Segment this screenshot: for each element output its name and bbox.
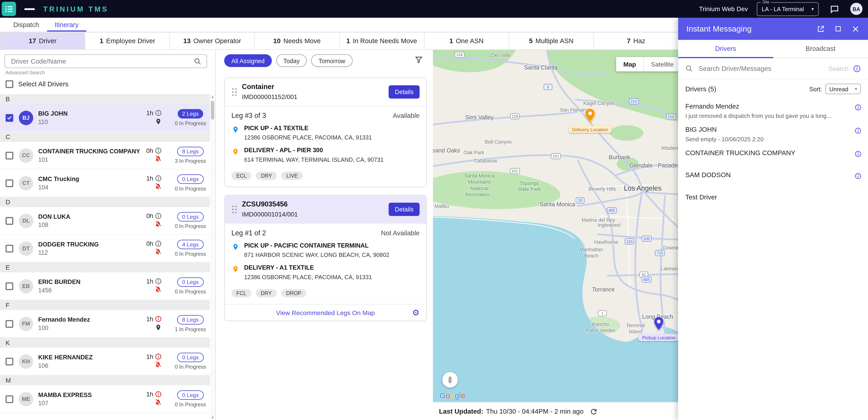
topbar-right: Trinium Web Dev Site LA - LA Terminal ▾ … <box>699 2 868 16</box>
driver-list-scrollbar[interactable]: ▲ ▼ <box>210 94 215 420</box>
info-icon[interactable] <box>855 104 861 111</box>
driver-checkbox[interactable] <box>5 217 13 224</box>
driver-row[interactable]: CTCMC Trucking1041h0 Legs0 In Progress <box>0 170 215 197</box>
stop-address: 871 HARBOR SCENIC WAY, LONG BEACH, CA, 9… <box>244 251 390 258</box>
driver-checkbox[interactable] <box>5 282 13 290</box>
itinerary-filter-today[interactable]: Today <box>276 54 307 67</box>
itinerary-filter-tomorrow[interactable]: Tomorrow <box>311 54 352 67</box>
driver-checkbox[interactable] <box>5 320 13 328</box>
details-button[interactable]: Details <box>389 203 420 216</box>
map-traffic-button[interactable] <box>442 372 458 388</box>
hours-alert-icon[interactable] <box>155 316 162 322</box>
view-recommended-legs-link[interactable]: View Recommended Legs On Map <box>276 309 375 316</box>
im-tab-drivers[interactable]: Drivers <box>678 40 773 58</box>
im-tab-broadcast[interactable]: Broadcast <box>773 40 868 58</box>
driver-row[interactable]: EBERIC BURDEN14561h0 Legs0 In Progress <box>0 272 215 300</box>
driver-row[interactable]: DTDODGER TRUCKING1120h4 Legs0 In Progres… <box>0 235 215 263</box>
filter-tab[interactable]: 5Multiple ASN <box>509 32 594 50</box>
legs-badge[interactable]: 8 Legs <box>177 147 204 156</box>
legs-badge[interactable]: 0 Legs <box>177 175 204 184</box>
legs-badge[interactable]: 0 Legs <box>177 353 204 362</box>
driver-checkbox[interactable] <box>5 244 13 252</box>
driver-checkbox[interactable] <box>5 395 13 403</box>
chat-icon[interactable] <box>830 4 839 13</box>
select-all-row[interactable]: Select All Drivers <box>5 80 68 88</box>
filter-icon[interactable] <box>415 55 423 64</box>
filter-tab[interactable]: 17Driver <box>0 32 85 50</box>
driver-row[interactable]: BJBIG JOHN1101h2 Legs0 In Progress <box>0 104 215 132</box>
info-icon[interactable] <box>855 127 861 134</box>
site-selector[interactable]: Site LA - LA Terminal ▾ <box>757 2 819 16</box>
scroll-down-icon[interactable]: ▼ <box>211 415 214 420</box>
open-in-new-icon[interactable] <box>816 25 825 33</box>
advanced-search-link[interactable]: Advanced Search <box>5 70 45 75</box>
hours-info-icon[interactable] <box>155 278 162 284</box>
filter-tab[interactable]: 1In Route Needs Move <box>340 32 424 50</box>
filter-tab[interactable]: 7Haz <box>594 32 679 50</box>
driver-checkbox[interactable] <box>5 114 13 122</box>
refresh-icon[interactable] <box>590 407 598 416</box>
user-avatar[interactable]: BA <box>850 3 863 15</box>
driver-search-input[interactable] <box>10 57 194 66</box>
legs-badge[interactable]: 0 Legs <box>177 390 204 399</box>
map-type-map[interactable]: Map <box>616 57 643 71</box>
delivery-marker-icon[interactable] <box>585 108 596 125</box>
legs-badge[interactable]: 0 Legs <box>177 212 204 221</box>
scroll-up-icon[interactable]: ▲ <box>211 94 214 99</box>
map-type-satellite[interactable]: Satellite <box>643 57 681 71</box>
conversation-item[interactable]: Fernando MendezI just removed a dispatch… <box>678 98 868 122</box>
info-icon[interactable] <box>855 173 861 179</box>
select-all-checkbox[interactable] <box>5 80 13 88</box>
conversation-item[interactable]: SAM DODSON <box>678 167 868 189</box>
itinerary-card[interactable]: ContainerIMD000001152/001DetailsLeg #3 o… <box>224 78 427 187</box>
nav-tab-itinerary[interactable]: Itinerary <box>47 18 86 32</box>
driver-row[interactable]: MEMAMBA EXPRESS1071h0 Legs0 In Progress <box>0 386 215 413</box>
driver-checkbox[interactable] <box>5 357 13 365</box>
hours-info-icon[interactable] <box>155 175 162 181</box>
conversation-item[interactable]: Test Driver <box>678 189 868 212</box>
im-search-input[interactable] <box>698 64 824 73</box>
gear-icon[interactable]: ⚙︎ <box>412 308 420 317</box>
driver-row[interactable]: DLDON LUKA1080h0 Legs0 In Progress <box>0 207 215 235</box>
hours-info-icon[interactable] <box>155 110 162 116</box>
close-icon[interactable] <box>851 25 860 33</box>
legs-badge[interactable]: 8 Legs <box>177 315 204 324</box>
scroll-thumb[interactable] <box>211 101 214 120</box>
driver-checkbox[interactable] <box>5 151 13 159</box>
driver-row[interactable]: FMFernando Mendez1001h8 Legs1 In Progres… <box>0 310 215 338</box>
menu-toggle-icon[interactable] <box>24 8 35 9</box>
driver-row[interactable]: CCCONTAINER TRUCKING COMPANY1010h8 Legs3… <box>0 142 215 170</box>
driver-search[interactable] <box>4 54 207 68</box>
filter-tab[interactable]: 10Needs Move <box>255 32 340 50</box>
pickup-pin-icon <box>232 243 239 251</box>
hours-alert-icon[interactable] <box>155 353 162 360</box>
hours-info-icon[interactable] <box>155 147 162 154</box>
legs-badge[interactable]: 4 Legs <box>177 240 204 249</box>
itinerary-card[interactable]: ZCSU9035456IMD000001014/001DetailsLeg #1… <box>224 195 427 321</box>
conversation-item[interactable]: BIG JOHNSend empty - 10/06/2025 2:20 <box>678 122 868 145</box>
im-search-button[interactable]: Search <box>829 65 849 71</box>
road-shield: 118 <box>510 113 520 119</box>
filter-tab[interactable]: 1One ASN <box>425 32 509 50</box>
hours-info-icon[interactable] <box>155 240 162 247</box>
details-button[interactable]: Details <box>389 85 420 98</box>
filter-tab[interactable]: 1Employee Driver <box>85 32 170 50</box>
nav-tab-dispatch[interactable]: Dispatch <box>5 18 47 32</box>
driver-checkbox[interactable] <box>5 179 13 187</box>
maximize-icon[interactable] <box>834 25 842 33</box>
legs-badge[interactable]: 2 Legs <box>178 109 203 118</box>
info-icon[interactable] <box>855 151 861 157</box>
app-logo-icon[interactable] <box>2 2 16 16</box>
conversation-item[interactable]: CONTAINER TRUCKING COMPANY <box>678 145 868 168</box>
filter-tab[interactable]: 13Owner Operator <box>170 32 255 50</box>
hours-alert-icon[interactable] <box>155 391 162 397</box>
sort-select[interactable]: Unread ▾ <box>825 84 861 94</box>
drag-handle-icon[interactable] <box>231 205 238 214</box>
legs-badge[interactable]: 0 Legs <box>177 277 204 287</box>
hours-info-icon[interactable] <box>155 213 162 219</box>
itinerary-filter-all-assigned[interactable]: All Assigned <box>224 54 272 67</box>
driver-row[interactable]: KHKIKE HERNANDEZ1061h0 Legs0 In Progress <box>0 348 215 376</box>
pickup-marker-icon[interactable] <box>653 316 664 333</box>
info-icon[interactable] <box>853 64 861 72</box>
drag-handle-icon[interactable] <box>231 87 238 96</box>
